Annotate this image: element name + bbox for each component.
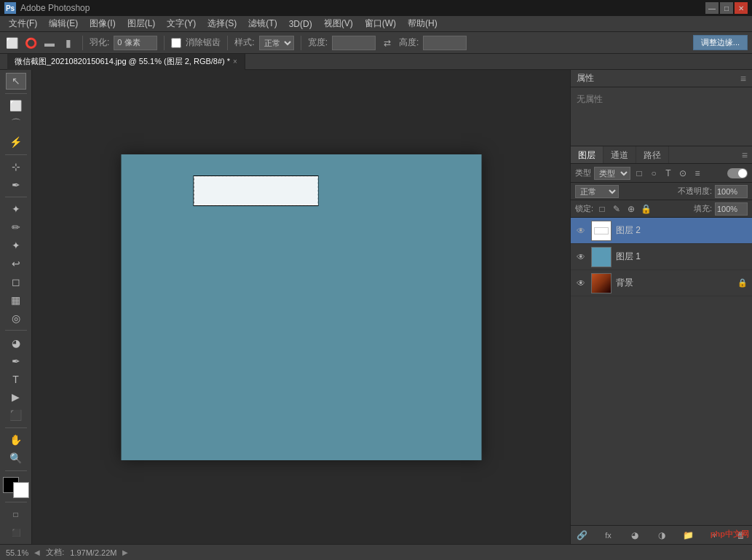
layer-link-icon[interactable]: 🔗 — [575, 529, 588, 542]
lock-transparent-icon[interactable]: □ — [596, 203, 608, 215]
filter-icon-5[interactable]: ≡ — [692, 167, 703, 179]
filter-icon-1[interactable]: □ — [633, 167, 645, 179]
tool-marquee[interactable]: ⬜ — [6, 98, 26, 114]
menu-3d[interactable]: 3D(D) — [283, 17, 318, 31]
lock-pixels-icon[interactable]: ✎ — [611, 203, 622, 215]
tool-eyedropper[interactable]: ✒ — [6, 176, 26, 193]
tool-blur[interactable]: ◎ — [6, 310, 26, 327]
maximize-button[interactable]: □ — [720, 2, 733, 14]
filter-toggle[interactable] — [727, 168, 748, 178]
tool-pen[interactable]: ✒ — [6, 352, 26, 369]
height-input[interactable] — [423, 36, 467, 50]
tool-patch[interactable]: ✦ — [6, 201, 26, 218]
properties-panel-menu[interactable]: ≡ — [740, 73, 746, 84]
doc-size: 1.97M/2.22M — [70, 548, 116, 557]
marquee-row-icon[interactable]: ▬ — [42, 36, 57, 50]
layer-mask-icon[interactable]: ◕ — [628, 529, 641, 542]
minimize-button[interactable]: — — [705, 2, 719, 14]
close-button[interactable]: ✕ — [735, 2, 748, 14]
filter-icon-3[interactable]: T — [662, 167, 674, 179]
tool-crop[interactable]: ⊹ — [6, 158, 26, 175]
layer-1-visibility[interactable]: 👁 — [575, 251, 587, 263]
tool-history[interactable]: ↩ — [6, 256, 26, 272]
menu-text[interactable]: 文字(Y) — [161, 16, 202, 31]
layer-fx-icon[interactable]: fx — [602, 529, 615, 542]
tab-bar: 微信截图_20210820150614.jpg @ 55.1% (图层 2, R… — [0, 54, 752, 70]
layer-bg-name: 背景 — [616, 277, 733, 289]
fill-input[interactable] — [715, 202, 748, 216]
tool-zoom[interactable]: 🔍 — [6, 450, 26, 467]
menu-edit[interactable]: 编辑(E) — [43, 16, 84, 31]
antialiase-checkbox[interactable] — [171, 38, 181, 48]
tool-sep-6 — [5, 470, 27, 471]
tab-paths[interactable]: 路径 — [636, 146, 669, 163]
selection-marquee — [194, 176, 317, 205]
menu-bar: 文件(F) 编辑(E) 图像(I) 图层(L) 文字(Y) 选择(S) 滤镜(T… — [0, 16, 752, 32]
opacity-input[interactable] — [715, 185, 748, 198]
tool-shape[interactable]: ⬛ — [6, 407, 26, 424]
options-bar: ⬜ ⭕ ▬ ▮ 羽化: 消除锯齿 样式: 正常 宽度: ⇄ 高度: 调整边缘..… — [0, 32, 752, 54]
tool-screen-mode[interactable]: ⬛ — [6, 524, 26, 541]
layer-2-visibility[interactable]: 👁 — [575, 225, 587, 237]
tool-eraser[interactable]: ◻ — [6, 274, 26, 291]
layer-item-1[interactable]: 👁 图层 1 — [571, 244, 752, 270]
menu-layer[interactable]: 图层(L) — [122, 16, 162, 31]
lock-position-icon[interactable]: ⊕ — [625, 203, 637, 215]
filter-icon-2[interactable]: ○ — [648, 167, 660, 179]
swap-icon[interactable]: ⇄ — [380, 36, 395, 50]
tab-close-icon[interactable]: × — [233, 58, 237, 66]
doc-label: 文档: — [46, 547, 64, 558]
left-toolbar: ↖ ⬜ ⌒ ⚡ ⊹ ✒ ✦ ✏ ✦ ↩ ◻ ▦ ◎ ◕ ✒ T ▶ ⬛ ✋ 🔍 … — [0, 70, 32, 544]
tool-quick-mask[interactable]: □ — [6, 506, 26, 523]
marquee-ellipse-icon[interactable]: ⭕ — [23, 36, 38, 50]
marquee-col-icon[interactable]: ▮ — [61, 36, 76, 50]
properties-empty: 无属性 — [577, 94, 603, 104]
adjust-edge-button[interactable]: 调整边缘... — [693, 35, 748, 50]
divider-1 — [82, 36, 83, 50]
layer-item-2[interactable]: 👁 图层 2 — [571, 218, 752, 244]
color-swatches — [3, 477, 29, 498]
tool-dodge[interactable]: ◕ — [6, 334, 26, 351]
tool-path-sel[interactable]: ▶ — [6, 389, 26, 406]
fill-label: 填充: — [694, 203, 712, 214]
tool-gradient[interactable]: ▦ — [6, 292, 26, 309]
tab-channels[interactable]: 通道 — [603, 146, 636, 163]
layers-panel-menu[interactable]: ≡ — [742, 149, 748, 161]
menu-image[interactable]: 图像(I) — [84, 16, 121, 31]
antialiase-label: 消除锯齿 — [186, 36, 221, 49]
document-tab[interactable]: 微信截图_20210820150614.jpg @ 55.1% (图层 2, R… — [7, 54, 245, 70]
status-arrow-left[interactable]: ◀ — [34, 548, 40, 556]
tab-label: 微信截图_20210820150614.jpg @ 55.1% (图层 2, R… — [15, 56, 230, 67]
style-select[interactable]: 正常 — [259, 36, 294, 50]
tab-layers[interactable]: 图层 — [571, 146, 603, 163]
lock-label: 锁定: — [575, 203, 593, 214]
background-color[interactable] — [13, 482, 29, 498]
layer-item-bg[interactable]: 👁 背景 🔒 — [571, 270, 752, 296]
feather-input[interactable] — [114, 36, 157, 50]
status-arrow-right[interactable]: ▶ — [122, 548, 128, 556]
menu-select[interactable]: 选择(S) — [202, 16, 242, 31]
layer-group-icon[interactable]: 📁 — [681, 529, 694, 542]
tool-wand[interactable]: ⚡ — [6, 134, 26, 151]
tool-hand[interactable]: ✋ — [6, 432, 26, 449]
blend-mode-select[interactable]: 正常 — [575, 185, 619, 198]
menu-help[interactable]: 帮助(H) — [402, 16, 443, 31]
layer-adjustment-icon[interactable]: ◑ — [655, 529, 668, 542]
tool-brush[interactable]: ✏ — [6, 219, 26, 236]
tool-lasso[interactable]: ⌒ — [6, 116, 26, 133]
marquee-rect-icon[interactable]: ⬜ — [4, 36, 19, 50]
layers-lock-bar: 锁定: □ ✎ ⊕ 🔒 填充: — [571, 200, 752, 218]
layer-bg-visibility[interactable]: 👁 — [575, 277, 587, 289]
tool-clone[interactable]: ✦ — [6, 237, 26, 254]
menu-file[interactable]: 文件(F) — [3, 16, 43, 31]
width-input[interactable] — [332, 36, 376, 50]
menu-filter[interactable]: 滤镜(T) — [242, 16, 282, 31]
filter-type-select[interactable]: 类型 — [594, 167, 630, 180]
tool-move[interactable]: ↖ — [6, 73, 26, 90]
filter-icon-4[interactable]: ⊙ — [677, 167, 689, 179]
lock-all-icon[interactable]: 🔒 — [640, 203, 652, 215]
tool-type[interactable]: T — [6, 371, 26, 387]
menu-window[interactable]: 窗口(W) — [359, 16, 402, 31]
menu-view[interactable]: 视图(V) — [318, 16, 359, 31]
opacity-label: 不透明度: — [678, 186, 712, 197]
